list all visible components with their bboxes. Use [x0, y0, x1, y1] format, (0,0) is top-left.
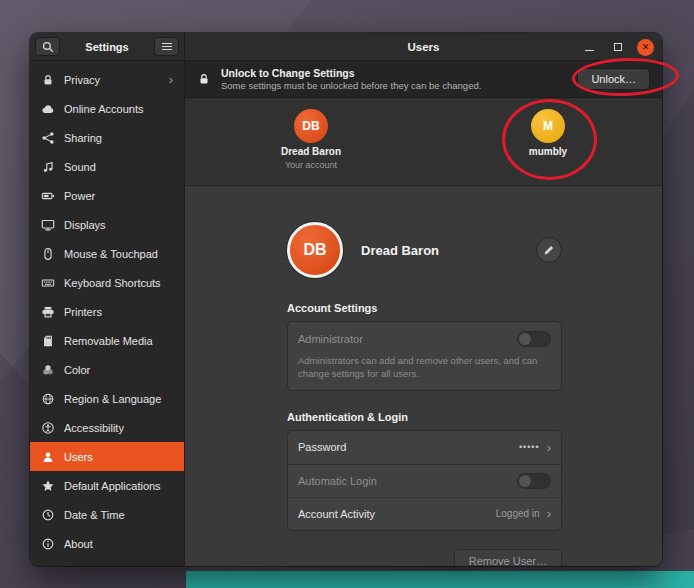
toggle-knob: [519, 333, 531, 345]
minimize-icon: [585, 50, 594, 52]
administrator-label: Administrator: [298, 333, 363, 345]
sidebar-item-printers[interactable]: Printers: [30, 297, 184, 326]
color-profile-icon: [41, 363, 55, 377]
lock-icon: [41, 73, 55, 87]
sidebar-item-label: Color: [64, 364, 90, 376]
sidebar-item-privacy[interactable]: Privacy ›: [30, 65, 184, 94]
cloud-icon: [41, 102, 55, 116]
sidebar-headerbar: Settings: [30, 33, 184, 61]
user-icon: [41, 450, 55, 464]
unlock-banner-text: Unlock to Change Settings Some settings …: [221, 67, 481, 91]
sidebar-item-label: Accessibility: [64, 422, 124, 434]
sidebar-item-sharing[interactable]: Sharing: [30, 123, 184, 152]
remove-user-row: Remove User…: [287, 549, 562, 566]
close-button[interactable]: ✕: [637, 39, 654, 56]
wallpaper-teal-strip: [186, 571, 694, 588]
keyboard-icon: [41, 276, 55, 290]
sidebar-item-label: Users: [64, 451, 93, 463]
sidebar: Settings Privacy › Online Accounts S: [30, 33, 185, 566]
sidebar-item-label: Power: [64, 190, 95, 202]
lock-icon: [197, 72, 211, 86]
sidebar-item-mouse-touchpad[interactable]: Mouse & Touchpad: [30, 239, 184, 268]
sidebar-item-power[interactable]: Power: [30, 181, 184, 210]
carousel-user-mumbly[interactable]: M mumbly: [512, 109, 584, 157]
sidebar-item-label: Keyboard Shortcuts: [64, 277, 161, 289]
sidebar-item-label: About: [64, 538, 93, 550]
sidebar-item-label: Sharing: [64, 132, 102, 144]
sidebar-item-users[interactable]: Users: [30, 442, 184, 471]
sidebar-item-label: Date & Time: [64, 509, 125, 521]
share-icon: [41, 131, 55, 145]
user-carousel: DB Dread Baron Your account M mumbly: [185, 98, 662, 186]
sidebar-item-label: Removable Media: [64, 335, 153, 347]
battery-icon: [41, 189, 55, 203]
sidebar-item-about[interactable]: About: [30, 529, 184, 558]
automatic-login-row[interactable]: Automatic Login: [288, 464, 561, 497]
sidebar-item-date-time[interactable]: Date & Time: [30, 500, 184, 529]
accessibility-icon: [41, 421, 55, 435]
window-controls: ✕: [581, 33, 654, 61]
sidebar-item-color[interactable]: Color: [30, 355, 184, 384]
star-icon: [41, 479, 55, 493]
sidebar-item-keyboard-shortcuts[interactable]: Keyboard Shortcuts: [30, 268, 184, 297]
carousel-user-dread-baron[interactable]: DB Dread Baron Your account: [275, 109, 347, 170]
clock-icon: [41, 508, 55, 522]
sidebar-item-label: Privacy: [64, 74, 100, 86]
sidebar-item-label: Mouse & Touchpad: [64, 248, 158, 260]
sidebar-item-label: Region & Language: [64, 393, 161, 405]
account-activity-row[interactable]: Account Activity Logged in ›: [288, 497, 561, 530]
profile-name: Dread Baron: [361, 243, 439, 258]
administrator-description: Administrators can add and remove other …: [288, 355, 550, 390]
settings-window: Settings Privacy › Online Accounts S: [30, 33, 662, 566]
chevron-right-icon: ›: [547, 507, 551, 520]
pencil-icon: [542, 243, 556, 257]
remove-user-button[interactable]: Remove User…: [454, 549, 562, 566]
sidebar-item-online-accounts[interactable]: Online Accounts: [30, 94, 184, 123]
carousel-user-subtitle: Your account: [285, 160, 337, 170]
info-icon: [41, 537, 55, 551]
sidebar-item-region-language[interactable]: Region & Language: [30, 384, 184, 413]
sidebar-item-displays[interactable]: Displays: [30, 210, 184, 239]
account-activity-value: Logged in: [496, 508, 540, 519]
password-label: Password: [298, 441, 346, 453]
edit-name-button[interactable]: [536, 237, 562, 263]
mouse-icon: [41, 247, 55, 261]
chevron-right-icon: ›: [169, 73, 173, 86]
printer-icon: [41, 305, 55, 319]
unlock-button[interactable]: Unlock…: [577, 68, 650, 90]
sidebar-item-label: Sound: [64, 161, 96, 173]
menu-button[interactable]: [154, 37, 179, 56]
maximize-button[interactable]: [609, 39, 626, 56]
music-note-icon: [41, 160, 55, 174]
auth-login-heading: Authentication & Login: [287, 411, 562, 423]
sidebar-item-sound[interactable]: Sound: [30, 152, 184, 181]
minimize-button[interactable]: [581, 39, 598, 56]
password-row[interactable]: Password ••••• ›: [288, 431, 561, 464]
administrator-toggle[interactable]: [517, 331, 551, 347]
sidebar-list: Privacy › Online Accounts Sharing Sound: [30, 61, 184, 566]
search-button[interactable]: [35, 37, 60, 56]
carousel-user-name: Dread Baron: [281, 146, 341, 157]
chevron-right-icon: ›: [547, 441, 551, 454]
sidebar-item-removable-media[interactable]: Removable Media: [30, 326, 184, 355]
search-icon: [41, 40, 55, 54]
avatar-mumbly: M: [531, 109, 565, 143]
profile-row: DB Dread Baron: [287, 218, 562, 282]
sidebar-item-label: Default Applications: [64, 480, 161, 492]
content-pane: Users ✕ Unlock to Change Settings Some s…: [185, 33, 662, 566]
hamburger-icon: [162, 43, 172, 51]
sidebar-item-label: Online Accounts: [64, 103, 144, 115]
profile-avatar[interactable]: DB: [287, 222, 343, 278]
sd-card-icon: [41, 334, 55, 348]
administrator-row[interactable]: Administrator: [288, 322, 561, 355]
content-headerbar: Users ✕: [185, 33, 662, 61]
automatic-login-toggle[interactable]: [517, 473, 551, 489]
sidebar-item-default-applications[interactable]: Default Applications: [30, 471, 184, 500]
toggle-knob: [519, 475, 531, 487]
avatar-dread-baron: DB: [294, 109, 328, 143]
sidebar-item-accessibility[interactable]: Accessibility: [30, 413, 184, 442]
sidebar-item-label: Displays: [64, 219, 106, 231]
unlock-banner-title: Unlock to Change Settings: [221, 67, 481, 79]
unlock-banner-subtitle: Some settings must be unlocked before th…: [221, 80, 481, 91]
account-activity-label: Account Activity: [298, 508, 375, 520]
